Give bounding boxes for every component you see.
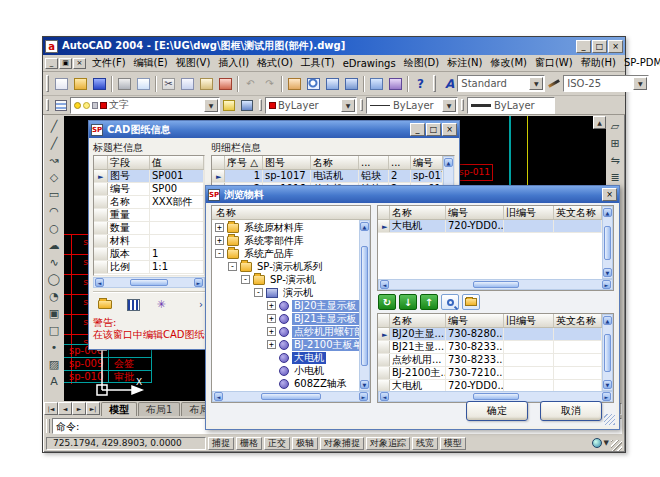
- menu-item[interactable]: 插入(I): [214, 55, 253, 71]
- column-header[interactable]: 旧编号: [504, 206, 554, 219]
- move-up-icon[interactable]: ↑: [420, 294, 438, 310]
- tab-prev-button[interactable]: ◄: [58, 402, 72, 415]
- undo-icon[interactable]: ↶: [241, 75, 260, 93]
- window-resize-grip[interactable]: [611, 440, 622, 451]
- column-header[interactable]: 英文名称: [554, 314, 602, 327]
- pan-icon[interactable]: [285, 75, 304, 93]
- field-value-cell[interactable]: SP00: [150, 183, 204, 195]
- redo-icon[interactable]: ↷: [260, 75, 279, 93]
- canvas-scroll-up-icon[interactable]: ▲: [593, 116, 606, 129]
- barcode-button[interactable]: [121, 296, 145, 313]
- menu-item[interactable]: 窗口(W): [531, 55, 577, 71]
- layer-previous-icon[interactable]: [238, 97, 256, 113]
- expand-toggle-icon[interactable]: -: [215, 249, 224, 258]
- toolbar-grip[interactable]: [360, 99, 363, 112]
- erase-icon[interactable]: ▱: [607, 118, 624, 135]
- toolbar-grip[interactable]: [461, 99, 464, 112]
- copy-clip-icon[interactable]: [178, 75, 197, 93]
- expand-toggle-icon[interactable]: +: [267, 314, 276, 323]
- tree-item[interactable]: + 系统零部件库: [212, 234, 359, 247]
- refresh-icon[interactable]: ↻: [378, 294, 396, 310]
- column-header[interactable]: 编号: [446, 314, 504, 327]
- close-button[interactable]: ×: [608, 40, 623, 53]
- settings-button[interactable]: ✳: [149, 296, 173, 313]
- menu-item[interactable]: 帮助(H): [577, 55, 620, 71]
- tab-last-button[interactable]: ►|: [86, 402, 100, 415]
- insert-block-icon[interactable]: ▣: [46, 305, 63, 322]
- scroll-right-icon[interactable]: ►: [602, 392, 611, 401]
- row-selector[interactable]: [212, 170, 225, 182]
- linetype-combo[interactable]: ByLayer ▼: [366, 97, 458, 114]
- row-selector[interactable]: [94, 261, 108, 273]
- revision-cloud-icon[interactable]: ☁: [46, 237, 63, 254]
- properties-icon[interactable]: [367, 75, 386, 93]
- top-table-hscrollbar[interactable]: ◄ ►: [378, 279, 613, 290]
- color-combo[interactable]: ByLayer ▼: [265, 97, 357, 114]
- rectangle-icon[interactable]: ▭: [46, 186, 63, 203]
- scroll-up-icon[interactable]: ▲: [603, 208, 612, 217]
- column-header[interactable]: 字段: [108, 156, 150, 169]
- chevron-down-icon[interactable]: ▼: [204, 99, 218, 112]
- dialog-close-button[interactable]: ×: [602, 188, 617, 201]
- column-header[interactable]: 图号: [263, 156, 311, 169]
- status-toggle-button[interactable]: 捕捉: [208, 437, 234, 450]
- row-selector[interactable]: [94, 222, 108, 234]
- open-folder-icon[interactable]: [462, 294, 480, 310]
- communication-center-icon[interactable]: [592, 438, 602, 448]
- row-selector[interactable]: [378, 354, 390, 366]
- tree-item[interactable]: - SP-演示机系列: [212, 260, 359, 273]
- field-value-cell[interactable]: 1:1: [150, 261, 204, 273]
- cad-info-dialog-titlebar[interactable]: SP CAD图纸信息 _ □ ×: [89, 121, 459, 138]
- mdi-close-button[interactable]: ×: [73, 58, 86, 69]
- status-toggle-button[interactable]: 对象追踪: [366, 437, 410, 450]
- column-header[interactable]: 序号 △: [225, 156, 263, 169]
- ellipse-icon[interactable]: ◯: [46, 271, 63, 288]
- cancel-button[interactable]: 取消: [540, 401, 602, 421]
- field-row[interactable]: 材料: [94, 235, 204, 248]
- status-toggle-button[interactable]: 线宽: [412, 437, 438, 450]
- menu-item[interactable]: 文件(F): [88, 55, 130, 71]
- column-header[interactable]: 编号: [411, 156, 443, 169]
- expand-toggle-icon[interactable]: -: [228, 262, 237, 271]
- material-row[interactable]: 大电机 720-YDD0...: [378, 220, 602, 233]
- row-selector[interactable]: [94, 183, 108, 195]
- field-value-cell[interactable]: SP001: [150, 170, 204, 182]
- layer-combo[interactable]: 文字 ▼: [70, 97, 220, 114]
- expand-toggle-icon[interactable]: -: [254, 288, 263, 297]
- dialog-minimize-button[interactable]: _: [410, 123, 425, 136]
- row-selector[interactable]: [378, 367, 390, 379]
- menu-item[interactable]: SP-PDM插件(P): [620, 55, 660, 71]
- tree-item[interactable]: 大电机: [212, 351, 359, 364]
- dialog-close-button[interactable]: ×: [442, 123, 457, 136]
- column-header[interactable]: ...: [389, 156, 411, 169]
- tree-item[interactable]: 608ZZ轴承: [212, 377, 359, 390]
- chevron-down-icon[interactable]: ▼: [442, 99, 456, 112]
- make-block-icon[interactable]: □: [46, 322, 63, 339]
- scroll-up-icon[interactable]: ▲: [444, 158, 453, 167]
- column-header[interactable]: 值: [150, 156, 204, 169]
- open-folder-button[interactable]: [93, 296, 117, 313]
- scroll-down-icon[interactable]: ▼: [603, 268, 612, 277]
- chevron-down-icon[interactable]: ▼: [341, 99, 355, 112]
- field-value-cell[interactable]: [150, 209, 204, 221]
- text-style-combo[interactable]: Standard ▼: [457, 75, 545, 92]
- ellipse-arc-icon[interactable]: ◔: [46, 288, 63, 305]
- status-toggle-button[interactable]: 栅格: [236, 437, 262, 450]
- material-row[interactable]: 大电机 720-YDD0...: [378, 380, 602, 391]
- expand-toggle-icon[interactable]: +: [267, 301, 276, 310]
- row-selector[interactable]: [94, 196, 108, 208]
- row-selector[interactable]: [94, 235, 108, 247]
- field-row[interactable]: 编号 SP00: [94, 183, 204, 196]
- mdi-restore-button[interactable]: ▣: [59, 58, 72, 69]
- polygon-icon[interactable]: ◇: [46, 169, 63, 186]
- column-header[interactable]: 编号: [446, 206, 504, 219]
- tab-first-button[interactable]: |◄: [44, 402, 58, 415]
- tree-item[interactable]: - 系统产品库: [212, 247, 359, 260]
- status-menu-arrow-icon[interactable]: ▼: [604, 439, 609, 447]
- spline-icon[interactable]: ∿: [46, 254, 63, 271]
- tree-item[interactable]: - 演示机: [212, 286, 359, 299]
- tree-vscrollbar[interactable]: ▲ ▼: [359, 220, 370, 391]
- open-icon[interactable]: [71, 75, 90, 93]
- material-row[interactable]: BJ21主显... 730-8233...: [378, 341, 602, 354]
- match-properties-icon[interactable]: [216, 75, 235, 93]
